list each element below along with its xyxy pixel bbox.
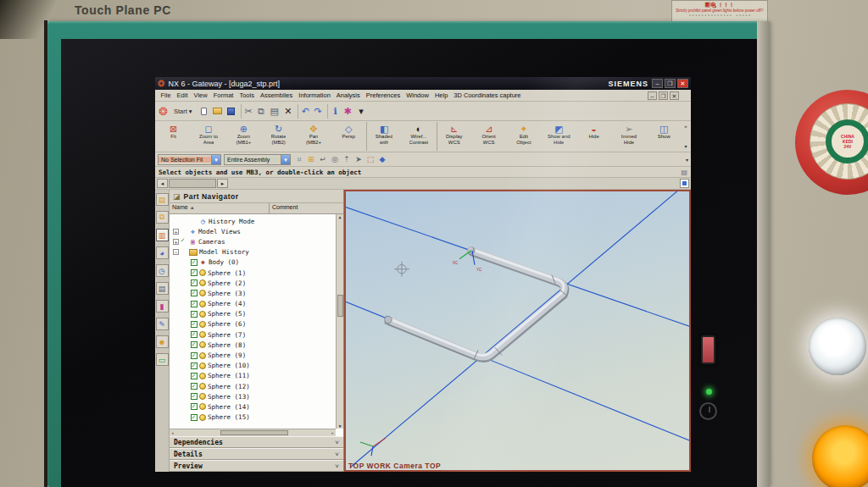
selection-scope-combo[interactable]: Entire Assembly ▾: [224, 154, 291, 165]
tree-expander-icon[interactable]: [183, 404, 189, 410]
zoom-button[interactable]: ⊕ Zoom (MB1+: [226, 122, 261, 151]
tree-item[interactable]: Sphere (7): [171, 329, 336, 340]
tree-checkbox[interactable]: [191, 218, 198, 224]
menu-item[interactable]: Preferences: [363, 91, 403, 99]
selbar-more-arrow[interactable]: ▾: [686, 157, 688, 163]
menu-item[interactable]: Assemblies: [257, 91, 295, 99]
monitor-adjust-button[interactable]: [701, 335, 715, 364]
pen-tools-tab[interactable]: ✎: [156, 318, 169, 330]
edit-object-display-button[interactable]: ✦ Edit Object: [506, 122, 541, 151]
menu-item[interactable]: 3D Coordinates capture: [451, 91, 524, 99]
tree-item[interactable]: Sphere (11): [171, 371, 336, 381]
tree-item[interactable]: Sphere (1): [171, 268, 336, 278]
menu-item[interactable]: File: [158, 91, 174, 99]
tree-expander-icon[interactable]: [183, 352, 189, 358]
tree-vertical-scrollbar[interactable]: ▲ ▼: [336, 214, 343, 429]
scenes-tab[interactable]: ▭: [156, 353, 169, 366]
mdi-close-button[interactable]: ✕: [670, 91, 679, 100]
persp-button[interactable]: ◇ Persp: [331, 122, 366, 151]
menu-item[interactable]: Help: [431, 91, 450, 99]
toolbar-options-button[interactable]: ▾: [354, 104, 368, 119]
enter-selection-button[interactable]: ↵: [317, 153, 329, 165]
snap-point-menu-button[interactable]: ⌗: [293, 153, 305, 165]
tree-expander-icon[interactable]: −: [173, 249, 179, 255]
tree-checkbox[interactable]: [191, 362, 198, 369]
tree-item[interactable]: Sphere (13): [171, 391, 336, 401]
tree-checkbox[interactable]: [191, 331, 198, 338]
tree-checkbox[interactable]: [191, 321, 198, 328]
tree-item[interactable]: Sphere (12): [171, 381, 336, 391]
capture-button[interactable]: ✱: [341, 104, 354, 119]
tree-checkbox[interactable]: [191, 301, 198, 307]
tree-expander-icon[interactable]: [183, 259, 189, 265]
tree-expander-icon[interactable]: [183, 270, 189, 276]
tree-item[interactable]: Sphere (6): [171, 319, 336, 329]
menu-item[interactable]: Edit: [174, 91, 191, 99]
point-on-curve-button[interactable]: ◎: [329, 153, 341, 165]
info-button[interactable]: ℹ: [327, 104, 341, 119]
show-and-hide-button[interactable]: ◩ Show and Hide: [542, 122, 576, 151]
tree-expander-icon[interactable]: [183, 384, 189, 390]
tree-checkbox[interactable]: [191, 383, 198, 390]
minimize-button[interactable]: –: [652, 79, 663, 88]
tree-expander-icon[interactable]: [183, 321, 189, 327]
tree-checkbox[interactable]: [181, 228, 187, 235]
menu-item[interactable]: Format: [210, 91, 236, 99]
pipe-model[interactable]: [385, 246, 566, 359]
part-navigator-tab[interactable]: ▥: [156, 229, 169, 241]
tree-expander-icon[interactable]: [183, 362, 189, 368]
tree-horizontal-scrollbar[interactable]: ◂ ▸: [170, 429, 336, 436]
pan-button[interactable]: ✥ Pan (MB2+: [296, 122, 331, 151]
snap-point-toggle-button[interactable]: ⊞: [305, 153, 317, 165]
rotate-button[interactable]: ↻ Rotate (MB2): [261, 122, 296, 151]
tree-hscroll-thumb[interactable]: [220, 430, 288, 435]
tree-item[interactable]: + ▣ Cameras: [171, 236, 336, 246]
tree-expander-icon[interactable]: [183, 414, 189, 420]
scroll-up-icon[interactable]: ▲: [337, 214, 343, 219]
tree-checkbox[interactable]: [191, 393, 198, 400]
constraint-navigator-tab[interactable]: ⧉: [156, 211, 169, 224]
redo-button[interactable]: ↷: [311, 104, 325, 119]
close-button[interactable]: ✕: [677, 79, 688, 88]
scroll-left-icon[interactable]: ◂: [171, 429, 174, 436]
tree-item[interactable]: Sphere (2): [171, 278, 336, 288]
tree-checkbox[interactable]: [191, 279, 198, 286]
tree-expander-icon[interactable]: [183, 394, 189, 400]
tree-checkbox[interactable]: [191, 259, 198, 266]
tree-expander-icon[interactable]: [183, 291, 189, 296]
new-button[interactable]: [198, 104, 211, 119]
white-illuminated-button[interactable]: [809, 318, 866, 375]
assembly-navigator-tab[interactable]: ▤: [156, 193, 169, 206]
open-button[interactable]: [211, 104, 225, 119]
tree-checkbox[interactable]: [191, 352, 198, 359]
immediate-hide-button[interactable]: ➢ Immed Hide: [611, 122, 646, 151]
cut-button[interactable]: ✂: [241, 104, 254, 119]
undo-button[interactable]: ↶: [298, 104, 311, 119]
tree-checkbox[interactable]: [191, 290, 198, 296]
tree-checkbox[interactable]: [191, 269, 198, 276]
tree-item[interactable]: − Model History: [171, 247, 336, 257]
dropdown-arrow-icon[interactable]: ▾: [281, 155, 290, 164]
tree-checkbox[interactable]: [191, 373, 198, 379]
history-palette-tab[interactable]: ◷: [156, 264, 169, 277]
zoom-to-area-button[interactable]: ◻ Zoom to Area: [191, 122, 225, 151]
column-name[interactable]: Name ▲: [170, 203, 270, 213]
graphics-viewport[interactable]: XC YC: [344, 190, 691, 472]
tree-expander-icon[interactable]: [183, 219, 189, 224]
tree-checkbox[interactable]: [191, 311, 198, 318]
mdi-restore-button[interactable]: ❐: [659, 91, 668, 100]
roles-tab[interactable]: ☻: [156, 335, 169, 348]
tree-item[interactable]: Sphere (10): [171, 361, 336, 371]
tree-checkbox[interactable]: [181, 249, 187, 256]
menu-item[interactable]: Window: [403, 91, 432, 99]
show-button[interactable]: ◫ Show: [647, 122, 682, 151]
scroll-right-arrow[interactable]: ▸: [217, 179, 228, 188]
reuse-library-tab[interactable]: ◕: [156, 246, 169, 259]
wireframe-contrast-button[interactable]: ◐ Wiref... Contrast: [401, 122, 436, 151]
selection-filter-combo[interactable]: No Selection Fil ▾: [158, 154, 221, 165]
monitor-power-button[interactable]: [699, 402, 717, 420]
orange-illuminated-button[interactable]: [812, 425, 868, 487]
scroll-down-icon[interactable]: ▼: [337, 423, 343, 429]
tree-item[interactable]: Sphere (9): [171, 350, 336, 360]
tree-item[interactable]: Sphere (3): [171, 288, 336, 298]
